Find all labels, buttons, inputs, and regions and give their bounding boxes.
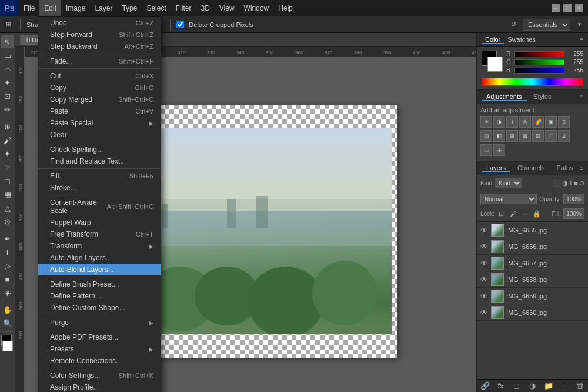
menu-find-replace[interactable]: Find and Replace Text...	[38, 155, 161, 167]
delete-cropped-checkbox[interactable]	[176, 21, 184, 28]
r-slider[interactable]	[514, 51, 564, 57]
menu-content-aware[interactable]: Content-Aware Scale Alt+Shift+Ctrl+C	[38, 197, 161, 217]
adj-contrast[interactable]: ◑	[493, 116, 505, 128]
filter-adjust[interactable]: ◑	[562, 180, 568, 187]
color-spectrum[interactable]	[482, 78, 583, 86]
layers-menu[interactable]: ≡	[580, 165, 583, 171]
layer-mask[interactable]: ◻	[512, 381, 522, 391]
menu-pdf-presets[interactable]: Adobe PDF Presets...	[38, 331, 161, 343]
tab-swatches[interactable]: Swatches	[504, 36, 539, 44]
menu-remote[interactable]: Remote Connections...	[38, 355, 161, 367]
menu-auto-align[interactable]: Auto-Align Layers...	[38, 252, 161, 264]
tab-paths[interactable]: Paths	[552, 164, 578, 172]
tab-adjustments[interactable]: Adjustments	[482, 93, 527, 101]
filter-pixel[interactable]: ⬛	[553, 180, 561, 187]
tool-eyedropper[interactable]: ✏	[1, 103, 14, 116]
adj-bw[interactable]: ▤	[480, 130, 492, 142]
adj-brightness[interactable]: ☀	[480, 116, 492, 128]
menu-define-brush[interactable]: Define Brush Preset...	[38, 278, 161, 290]
b-slider[interactable]	[514, 68, 564, 74]
adj-color-balance[interactable]: ⧖	[558, 116, 570, 128]
layer-visibility[interactable]: 👁	[479, 242, 489, 251]
lock-transparent[interactable]: ⊡	[497, 209, 506, 218]
menu-free-transform[interactable]: Free Transform Ctrl+T	[38, 228, 161, 240]
tool-hand[interactable]: ✋	[1, 303, 14, 316]
tool-3d[interactable]: ◈	[1, 286, 14, 299]
menu-filter[interactable]: Filter	[171, 0, 196, 16]
tool-blur[interactable]: △	[1, 201, 14, 214]
menu-clear[interactable]: Clear	[38, 129, 161, 141]
menu-undo[interactable]: Undo Ctrl+Z	[38, 17, 161, 29]
blend-mode-select[interactable]: Normal	[480, 194, 537, 204]
adj-hsl[interactable]: ▣	[545, 116, 557, 128]
tool-spot-heal[interactable]: ⊕	[1, 120, 14, 133]
undo-icon[interactable]: ↺	[507, 19, 519, 31]
layer-item[interactable]: 👁 IMG_6656.jpg	[477, 238, 588, 255]
menu-help[interactable]: Help	[273, 0, 298, 16]
menu-copy-merged[interactable]: Copy Merged Shift+Ctrl+C	[38, 94, 161, 105]
tool-brush[interactable]: 🖌	[1, 134, 14, 147]
background-swatch[interactable]	[487, 57, 503, 72]
g-slider[interactable]	[514, 59, 564, 65]
adj-selective-color[interactable]: ◈	[493, 144, 505, 156]
menu-edit[interactable]: Edit	[39, 0, 61, 16]
workspace-arrow[interactable]: ▾	[574, 19, 586, 31]
tool-crop[interactable]: ⊡	[1, 89, 14, 102]
adj-exposure[interactable]: ◎	[519, 116, 531, 128]
menu-image[interactable]: Image	[61, 0, 90, 16]
adj-color-lookup[interactable]: ▦	[519, 130, 531, 142]
lock-image[interactable]: 🖌	[509, 209, 518, 218]
menu-copy[interactable]: Copy Ctrl+C	[38, 82, 161, 94]
adj-panel-header[interactable]: Adjustments Styles ≡	[477, 90, 588, 104]
menu-view[interactable]: View	[215, 0, 239, 16]
menu-puppet-warp[interactable]: Puppet Warp	[38, 217, 161, 228]
tool-pen[interactable]: ✒	[1, 232, 14, 245]
menu-type[interactable]: Type	[117, 0, 142, 16]
menu-color-settings[interactable]: Color Settings... Shift+Ctrl+K	[38, 370, 161, 381]
tool-type[interactable]: T	[1, 245, 14, 258]
tool-eraser[interactable]: ◻	[1, 174, 14, 187]
tool-lasso[interactable]: ⌓	[1, 62, 14, 75]
menu-assign-profile[interactable]: Assign Profile...	[38, 381, 161, 392]
menu-presets[interactable]: Presets ▶	[38, 343, 161, 355]
layer-item[interactable]: 👁 IMG_6660.jpg	[477, 304, 588, 321]
tab-styles[interactable]: Styles	[529, 93, 556, 101]
layer-visibility[interactable]: 👁	[479, 308, 489, 317]
layer-fx[interactable]: fx	[496, 381, 506, 391]
fill-input[interactable]	[563, 208, 584, 219]
menu-cut[interactable]: Cut Ctrl+X	[38, 70, 161, 82]
background-color[interactable]	[2, 341, 13, 351]
layer-delete[interactable]: 🗑	[575, 381, 586, 391]
tool-marquee[interactable]: ▭	[1, 49, 14, 62]
layer-visibility[interactable]: 👁	[479, 291, 489, 301]
tool-stamp[interactable]: ✦	[1, 147, 14, 160]
opacity-input[interactable]	[563, 194, 584, 204]
tool-move[interactable]: ↖	[1, 35, 14, 48]
layer-adjustment[interactable]: ◑	[527, 381, 538, 391]
tab-layers[interactable]: Layers	[482, 164, 510, 172]
filter-smart[interactable]: ⊙	[579, 180, 584, 187]
tool-history[interactable]: ☞	[1, 161, 14, 174]
layer-item[interactable]: 👁 IMG_6657.jpg	[477, 255, 588, 271]
menu-transform[interactable]: Transform ▶	[38, 240, 161, 252]
menu-paste[interactable]: Paste Ctrl+V	[38, 105, 161, 117]
adj-vibrance[interactable]: 🌈	[532, 116, 544, 128]
minimize-button[interactable]: ─	[552, 4, 560, 12]
tool-gradient[interactable]: ▦	[1, 188, 14, 201]
close-button[interactable]: ✕	[575, 4, 583, 12]
lock-position[interactable]: ↔	[520, 209, 530, 218]
menu-check-spelling[interactable]: Check Spelling...	[38, 144, 161, 155]
menu-step-forward[interactable]: Step Forward Shift+Ctrl+Z	[38, 29, 161, 41]
menu-file[interactable]: File	[19, 0, 39, 16]
color-panel-header[interactable]: Color Swatches ≡	[477, 33, 588, 47]
lock-all[interactable]: 🔒	[532, 209, 542, 218]
layer-visibility[interactable]: 👁	[479, 258, 489, 268]
maximize-button[interactable]: □	[563, 4, 572, 12]
adj-posterize[interactable]: ◻	[545, 130, 557, 142]
layer-visibility[interactable]: 👁	[479, 275, 489, 284]
layer-item[interactable]: 👁 IMG_6655.jpg	[477, 222, 588, 238]
color-panel-menu[interactable]: ≡	[580, 36, 583, 43]
menu-step-backward[interactable]: Step Backward Alt+Ctrl+Z	[38, 41, 161, 52]
layer-visibility[interactable]: 👁	[479, 225, 489, 235]
layer-group[interactable]: 📁	[543, 381, 554, 391]
